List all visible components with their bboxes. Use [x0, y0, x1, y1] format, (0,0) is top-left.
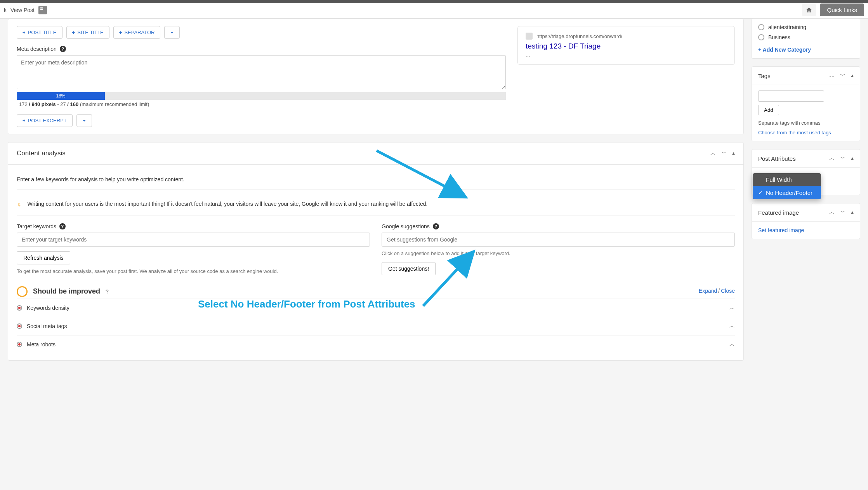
analysis-intro: Enter a few keywords for analysis to hel… [17, 172, 735, 190]
toolbar-left: k View Post [4, 6, 47, 14]
plus-icon: + [23, 118, 26, 123]
tag-help-text: Separate tags with commas [758, 120, 854, 126]
separator-button[interactable]: +SEPARATOR [113, 26, 161, 39]
help-icon[interactable]: ? [59, 223, 66, 229]
home-button[interactable] [802, 4, 816, 16]
help-icon[interactable]: ? [60, 46, 66, 52]
panel-up-icon[interactable]: ︿ [829, 155, 835, 162]
google-suggestions-label: Google suggestions [382, 223, 430, 229]
get-suggestions-button[interactable]: Get suggestions! [382, 262, 436, 275]
chevron-down-icon [170, 30, 174, 35]
set-featured-image-link[interactable]: Set featured image [758, 227, 804, 233]
snippet-preview: https://triage.dropfunnels.com/onward/ t… [517, 26, 735, 65]
radio-icon [758, 34, 764, 40]
post-excerpt-label: POST EXCERPT [28, 118, 67, 123]
post-attributes-header: Post Attributes [758, 155, 796, 162]
content-analysis-title: Content analysis [17, 149, 66, 157]
panel-down-icon[interactable]: ﹀ [721, 150, 727, 157]
chevron-up-icon[interactable]: ︿ [729, 323, 735, 330]
status-dot-icon [17, 305, 22, 311]
check-row-social-meta[interactable]: Social meta tags ︿ [17, 317, 735, 335]
site-title-label: SITE TITLE [77, 30, 104, 35]
panel-down-icon[interactable]: ﹀ [840, 72, 845, 79]
meta-description-input[interactable] [17, 55, 506, 89]
help-icon[interactable]: ? [433, 223, 439, 229]
check-label: Social meta tags [27, 323, 67, 329]
plus-icon: + [119, 30, 122, 35]
template-option-label: No Header/Footer [766, 189, 812, 196]
target-keywords-label: Target keywords [17, 223, 56, 229]
google-suggestions-input[interactable] [382, 233, 735, 247]
improve-title: Should be improved [33, 287, 100, 295]
snippet-description: ... [526, 52, 727, 58]
meta-progress-bar: 18% [17, 92, 506, 100]
panel-up-icon[interactable]: ︿ [829, 209, 835, 216]
google-help-text: Click on a suggestion below to add it as… [382, 250, 735, 257]
panel-toggle-icon[interactable]: ▴ [851, 209, 854, 216]
panel-up-icon[interactable]: ︿ [710, 150, 716, 157]
comments-icon[interactable] [38, 6, 47, 14]
score-circle-icon [17, 286, 28, 297]
tags-panel: Tags ︿﹀▴ Add Separate tags with commas C… [752, 66, 860, 141]
chevron-up-icon[interactable]: ︿ [729, 304, 735, 311]
expand-close-row: Expand/Close [699, 288, 735, 294]
page-content: +POST TITLE +SITE TITLE +SEPARATOR Meta … [0, 19, 868, 384]
check-row-keywords-density[interactable]: Keywords density ︿ [17, 299, 735, 317]
expand-link[interactable]: Expand [699, 288, 717, 294]
featured-image-panel: Featured image ︿﹀▴ Set featured image [752, 203, 860, 239]
home-icon [806, 7, 812, 14]
site-title-button[interactable]: +SITE TITLE [66, 26, 109, 39]
content-analysis-panel: Content analysis ︿ ﹀ ▴ Enter a few keywo… [8, 142, 744, 361]
category-option[interactable]: aljentesttraining [758, 24, 854, 30]
close-link[interactable]: Close [721, 288, 735, 294]
seo-panel: +POST TITLE +SITE TITLE +SEPARATOR Meta … [8, 19, 744, 134]
category-label: aljentesttraining [768, 24, 806, 30]
pixels-current: 172 [19, 101, 28, 107]
content-analysis-header: Content analysis ︿ ﹀ ▴ [8, 142, 743, 165]
template-option-no-header-footer[interactable]: ✓No Header/Footer [753, 186, 821, 199]
tags-header: Tags [758, 73, 771, 79]
add-tag-button[interactable]: Add [758, 105, 779, 115]
featured-image-header: Featured image [758, 209, 799, 216]
check-row-meta-robots[interactable]: Meta robots ︿ [17, 335, 735, 353]
panel-toggle-icon[interactable]: ▴ [851, 72, 854, 79]
check-label: Keywords density [27, 305, 69, 311]
most-used-tags-link[interactable]: Choose from the most used tags [758, 130, 854, 136]
panel-toggle-icon[interactable]: ▴ [851, 155, 854, 162]
plus-icon: + [72, 30, 75, 35]
template-option-full-width[interactable]: Full Width [753, 173, 821, 186]
plus-icon: + [23, 30, 26, 35]
view-post-link[interactable]: View Post [10, 7, 35, 13]
analysis-tip-text: Writing content for your users is the mo… [28, 201, 428, 207]
chevron-down-icon [82, 118, 87, 123]
help-icon[interactable]: ? [106, 288, 109, 295]
template-dropdown-menu: Full Width ✓No Header/Footer [753, 173, 821, 199]
more-excerpt-button[interactable] [76, 114, 92, 127]
panel-down-icon[interactable]: ﹀ [840, 209, 845, 216]
improve-header: Should be improved ? [17, 286, 109, 297]
panel-down-icon[interactable]: ﹀ [840, 155, 845, 162]
add-category-link[interactable]: + Add New Category [758, 47, 811, 53]
category-label: Business [768, 34, 790, 40]
post-title-button[interactable]: +POST TITLE [17, 26, 62, 39]
category-option[interactable]: Business [758, 34, 854, 40]
post-excerpt-button[interactable]: +POST EXCERPT [17, 114, 73, 127]
panel-controls: ︿ ﹀ ▴ [710, 150, 735, 157]
chevron-up-icon[interactable]: ︿ [729, 341, 735, 348]
target-keywords-input[interactable] [17, 233, 370, 247]
tag-input[interactable] [758, 90, 824, 102]
more-variables-button[interactable] [164, 26, 180, 39]
post-attributes-panel: Post Attributes ︿﹀▴ Full Width ✓No Heade… [752, 149, 860, 195]
panel-toggle-icon[interactable]: ▴ [732, 150, 735, 157]
status-dot-icon [17, 342, 22, 347]
refresh-help-text: To get the most accurate analysis, save … [17, 268, 370, 275]
snippet-url: https://triage.dropfunnels.com/onward/ [536, 33, 622, 39]
toolbar-right: Quick Links [802, 3, 864, 16]
post-title-label: POST TITLE [28, 30, 57, 35]
meta-desc-label: Meta description [17, 46, 57, 52]
panel-up-icon[interactable]: ︿ [829, 72, 835, 79]
radio-icon [758, 24, 764, 30]
quick-links-button[interactable]: Quick Links [820, 3, 864, 16]
favicon-icon [526, 33, 533, 40]
refresh-analysis-button[interactable]: Refresh analysis [17, 251, 70, 264]
